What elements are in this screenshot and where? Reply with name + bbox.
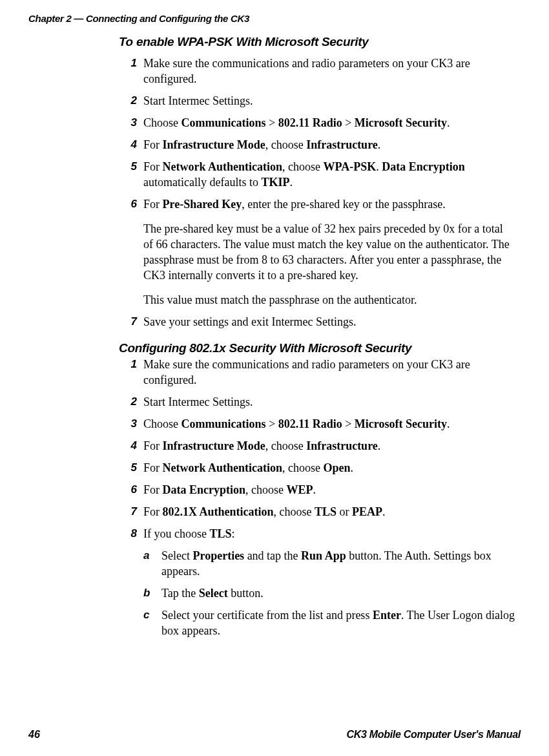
step-number: 5 bbox=[119, 159, 143, 190]
section-heading-2: Configuring 802.1x Security With Microso… bbox=[119, 341, 515, 355]
step-2-4: 4 For Infrastructure Mode, choose Infras… bbox=[119, 438, 515, 454]
step-text: Start Intermec Settings. bbox=[143, 93, 515, 109]
step-1-3: 3 Choose Communications > 802.11 Radio >… bbox=[119, 115, 515, 131]
step-text: Make sure the communications and radio p… bbox=[143, 357, 515, 388]
step-2-3: 3 Choose Communications > 802.11 Radio >… bbox=[119, 416, 515, 432]
step-number: 4 bbox=[119, 438, 143, 454]
step-text: Make sure the communications and radio p… bbox=[143, 56, 515, 87]
step-1-4: 4 For Infrastructure Mode, choose Infras… bbox=[119, 137, 515, 152]
step-number: 2 bbox=[119, 93, 143, 109]
step-text: For Data Encryption, choose WEP. bbox=[143, 482, 515, 498]
step-number: 3 bbox=[119, 115, 143, 131]
step-2-1: 1 Make sure the communications and radio… bbox=[119, 357, 515, 388]
step-1-7: 7 Save your settings and exit Intermec S… bbox=[119, 314, 515, 330]
step-1-5: 5 For Network Authentication, choose WPA… bbox=[119, 159, 515, 190]
substep-text: Select your certificate from the list an… bbox=[161, 607, 515, 638]
step-2-8: 8 If you choose TLS: bbox=[119, 526, 515, 541]
substep-marker: c bbox=[143, 607, 161, 638]
step-2-2: 2 Start Intermec Settings. bbox=[119, 394, 515, 410]
step-number: 2 bbox=[119, 394, 143, 410]
footer-title: CK3 Mobile Computer User's Manual bbox=[346, 729, 521, 740]
step-text: For 802.1X Authentication, choose TLS or… bbox=[143, 504, 515, 520]
chapter-header: Chapter 2 — Connecting and Configuring t… bbox=[28, 13, 249, 24]
section-heading-1: To enable WPA-PSK With Microsoft Securit… bbox=[119, 35, 515, 49]
step-text: Start Intermec Settings. bbox=[143, 394, 515, 410]
step-text: Choose Communications > 802.11 Radio > M… bbox=[143, 416, 515, 432]
substep-c: c Select your certificate from the list … bbox=[143, 607, 515, 638]
substep-a: a Select Properties and tap the Run App … bbox=[143, 548, 515, 579]
substep-text: Tap the Select button. bbox=[161, 585, 515, 601]
step-2-5: 5 For Network Authentication, choose Ope… bbox=[119, 460, 515, 476]
step-text: For Infrastructure Mode, choose Infrastr… bbox=[143, 137, 515, 152]
step-number: 7 bbox=[119, 314, 143, 330]
step-text: For Infrastructure Mode, choose Infrastr… bbox=[143, 438, 515, 454]
page-number: 46 bbox=[28, 729, 40, 740]
step-number: 5 bbox=[119, 460, 143, 476]
step-text: For Pre-Shared Key, enter the pre-shared… bbox=[143, 196, 515, 308]
step-number: 7 bbox=[119, 504, 143, 520]
step-text: If you choose TLS: bbox=[143, 526, 515, 541]
substep-text: Select Properties and tap the Run App bu… bbox=[161, 548, 515, 579]
step-number: 3 bbox=[119, 416, 143, 432]
step-1-2: 2 Start Intermec Settings. bbox=[119, 93, 515, 109]
step-text: For Network Authentication, choose WPA-P… bbox=[143, 159, 515, 190]
step-number: 6 bbox=[119, 482, 143, 498]
step-number: 6 bbox=[119, 196, 143, 308]
step-text: Save your settings and exit Intermec Set… bbox=[143, 314, 515, 330]
step-2-7: 7 For 802.1X Authentication, choose TLS … bbox=[119, 504, 515, 520]
step-text: For Network Authentication, choose Open. bbox=[143, 460, 515, 476]
page-content: To enable WPA-PSK With Microsoft Securit… bbox=[119, 35, 515, 638]
step-1-1: 1 Make sure the communications and radio… bbox=[119, 56, 515, 87]
step-number: 1 bbox=[119, 357, 143, 388]
step-number: 4 bbox=[119, 137, 143, 152]
step-1-6: 6 For Pre-Shared Key, enter the pre-shar… bbox=[119, 196, 515, 308]
step-number: 8 bbox=[119, 526, 143, 541]
step-number: 1 bbox=[119, 56, 143, 87]
step-text: Choose Communications > 802.11 Radio > M… bbox=[143, 115, 515, 131]
substep-marker: a bbox=[143, 548, 161, 579]
step-2-6: 6 For Data Encryption, choose WEP. bbox=[119, 482, 515, 498]
substep-b: b Tap the Select button. bbox=[143, 585, 515, 601]
substep-marker: b bbox=[143, 585, 161, 601]
